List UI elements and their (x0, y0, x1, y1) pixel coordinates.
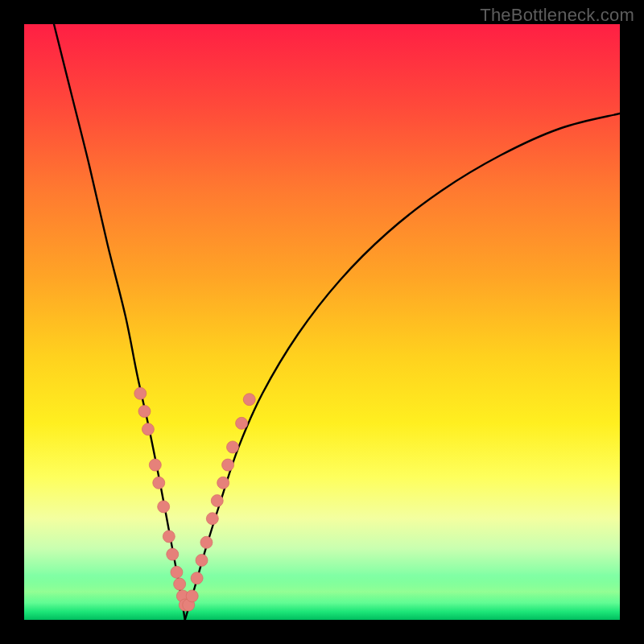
highlight-dot (236, 417, 248, 429)
highlight-dots-group (134, 387, 255, 611)
highlight-dot (134, 387, 147, 399)
highlight-dot (191, 572, 203, 584)
highlight-dot (171, 566, 183, 578)
chart-frame: TheBottleneck.com (0, 0, 644, 644)
highlight-dot (149, 459, 161, 471)
highlight-dot (222, 459, 234, 471)
curve-left-branch (54, 24, 185, 620)
highlight-dot (211, 495, 223, 507)
watermark-text: TheBottleneck.com (480, 5, 634, 26)
highlight-dot (196, 555, 208, 567)
highlight-dot (163, 530, 175, 543)
highlight-dot (227, 441, 239, 453)
highlight-dot (174, 578, 186, 590)
highlight-dot (153, 477, 165, 489)
curve-right-branch (185, 114, 620, 620)
highlight-dot (142, 423, 154, 436)
highlight-dot (206, 513, 218, 525)
highlight-dot (217, 477, 229, 489)
highlight-dot (200, 536, 213, 548)
highlight-dot (158, 501, 170, 513)
highlight-dot (138, 406, 151, 418)
curve-layer (24, 24, 620, 620)
highlight-dot (186, 590, 198, 602)
highlight-dot (243, 394, 255, 406)
plot-area (24, 24, 620, 620)
highlight-dot (167, 548, 179, 560)
